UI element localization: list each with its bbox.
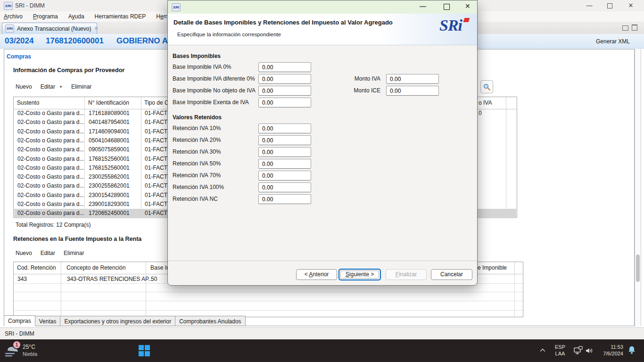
dialog-button-bar: < AnteriorSiguiente >FinalizarCancelar xyxy=(168,261,477,286)
field-label: Retención IVA 30% xyxy=(173,148,221,155)
input-retenci-n-iva-30-[interactable] xyxy=(258,147,311,157)
cell-identificacion: 1768152560001 xyxy=(89,164,130,173)
column-header[interactable]: Tipo de C xyxy=(144,99,169,106)
cell-identificacion: 2300255862001 xyxy=(89,181,130,190)
dialog-title: Detalle de Bases Imponibles y Retencione… xyxy=(173,19,393,26)
ruc: 1768120600001 xyxy=(46,36,104,46)
cell-sustento: 02-Costo o Gasto para d... xyxy=(17,173,84,181)
language-indicator[interactable]: ESPLAA xyxy=(551,344,570,357)
cell-identificacion: 0401487954001 xyxy=(89,118,130,127)
bottom-tab-comprobantes[interactable]: Comprobantes Anulados xyxy=(175,316,245,326)
button-cancelar[interactable]: Cancelar xyxy=(431,269,472,280)
column-header[interactable]: Base In xyxy=(150,264,170,271)
network-icon[interactable] xyxy=(573,346,583,357)
column-header-fragment[interactable]: o IVA xyxy=(479,99,492,106)
cell-sustento: 02-Costo o Gasto para d... xyxy=(17,164,84,173)
cell-identificacion: 1714609094001 xyxy=(89,127,130,136)
input-retenci-n-iva-nc[interactable] xyxy=(258,194,311,204)
bottom-tab-compras[interactable]: Compras xyxy=(4,315,35,326)
input-base-imponible-iva-0-[interactable] xyxy=(258,62,311,72)
sri-logo-accent xyxy=(463,18,470,22)
cell-identificacion: 1768152560001 xyxy=(89,155,130,164)
cell-identificacion: 0504104688001 xyxy=(89,136,130,145)
view-minimize-icon[interactable] xyxy=(622,25,628,31)
row-divider xyxy=(14,292,523,292)
input-base-imponible-exenta-de-iva[interactable] xyxy=(258,98,311,107)
bottom-tab-ventas[interactable]: Ventas xyxy=(35,316,61,326)
field-label: Monto IVA xyxy=(347,75,380,82)
vertical-scrollbar[interactable] xyxy=(635,49,641,326)
input-base-imponible-iva-diferente-0-[interactable] xyxy=(258,74,311,84)
search-button[interactable] xyxy=(480,80,493,93)
button-finalizar[interactable]: Finalizar xyxy=(386,269,427,280)
tray-chevron-icon[interactable] xyxy=(539,347,546,355)
toolbar-item-eliminar[interactable]: Eliminar xyxy=(64,250,84,256)
column-header[interactable]: Sustento xyxy=(17,99,39,106)
row-divider xyxy=(14,310,523,311)
cell-concepto: 343-OTRAS RETENCIONES AP... xyxy=(67,274,153,284)
column-header[interactable]: N° Identificación xyxy=(88,99,129,106)
menu-herramientas-rdep[interactable]: Herramientas RDEP xyxy=(95,13,146,20)
menu-ayuda[interactable]: Ayuda xyxy=(68,13,84,20)
input-monto-ice[interactable] xyxy=(386,86,439,96)
column-header[interactable]: Concepto de Retención xyxy=(66,264,125,271)
cell-base: 50 xyxy=(151,274,157,284)
notification-bell-icon[interactable] xyxy=(627,345,636,357)
restore-button[interactable] xyxy=(607,3,612,8)
input-monto-iva[interactable] xyxy=(386,74,439,84)
menu-programa[interactable]: Programa xyxy=(33,13,58,20)
field-label: Retención IVA 20% xyxy=(173,137,221,143)
toolbar-item-nuevo[interactable]: Nuevo xyxy=(16,250,32,256)
input-retenci-n-iva-100-[interactable] xyxy=(258,182,311,192)
total-registros: Total Registros: 12 Compra(s) xyxy=(16,222,91,228)
input-base-imponible-no-objeto-de-iva[interactable] xyxy=(258,86,311,96)
input-retenci-n-iva-10-[interactable] xyxy=(258,123,311,133)
tab-anexo-transaccional[interactable]: SRi Anexo Transaccional (Nuevo) ✕ xyxy=(2,23,97,34)
tab-close-icon[interactable]: ✕ xyxy=(94,25,98,32)
cell-sustento: 02-Costo o Gasto para d... xyxy=(17,136,84,145)
close-button[interactable]: ✕ xyxy=(624,0,637,11)
input-retenci-n-iva-20-[interactable] xyxy=(258,135,311,145)
dialog-minimize-button[interactable] xyxy=(420,6,426,7)
period: 03/2024 xyxy=(5,36,33,46)
toolbar-item-nuevo[interactable]: Nuevo xyxy=(16,83,32,90)
clock[interactable]: 11:537/6/2024 xyxy=(597,344,623,357)
cell-identificacion: 2390018293001 xyxy=(89,200,130,209)
window-title: SRI - DIMM xyxy=(15,2,45,9)
toolbar-item-editar[interactable]: Editar xyxy=(41,250,55,256)
start-button[interactable] xyxy=(138,345,150,357)
field-label: Base Imponible Exenta de IVA xyxy=(173,99,249,106)
dialog-close-button[interactable]: ✕ xyxy=(465,2,471,10)
scrollbar-thumb[interactable] xyxy=(636,255,640,282)
volume-icon[interactable] xyxy=(585,346,594,357)
field-label: Retención IVA 50% xyxy=(173,160,221,167)
statusbar: SRI - DIMM xyxy=(0,327,644,340)
compras-heading: Información de Compras por Proveedor xyxy=(13,67,124,74)
weather-widget[interactable]: 1 25°C Niebla xyxy=(4,342,60,359)
view-maximize-icon[interactable] xyxy=(632,25,637,31)
column-header[interactable]: Cod. Retención xyxy=(17,264,56,271)
input-retenci-n-iva-70-[interactable] xyxy=(258,171,311,181)
button-anterior[interactable]: < Anterior xyxy=(296,269,337,280)
retenciones-toolbar: NuevoEditarEliminar xyxy=(16,250,84,256)
minimize-button[interactable]: — xyxy=(583,0,596,11)
button-siguiente[interactable]: Siguiente > xyxy=(339,269,380,280)
dialog-maximize-button[interactable] xyxy=(444,4,450,10)
column-header-fragment[interactable]: e Imponible xyxy=(478,264,507,271)
dropdown-arrow-icon[interactable]: ▼ xyxy=(59,85,63,89)
cell-sustento: 02-Costo o Gasto para d... xyxy=(17,127,84,136)
input-retenci-n-iva-50-[interactable] xyxy=(258,159,311,169)
toolbar-item-editar[interactable]: Editar xyxy=(41,83,55,90)
cell-identificacion: 0905075859001 xyxy=(89,145,130,154)
field-label: Base Imponible IVA 0% xyxy=(173,64,231,70)
bases-section-title: Bases Imponibles xyxy=(173,53,221,59)
toolbar-item-eliminar[interactable]: Eliminar xyxy=(71,83,91,90)
taxpayer-name: GOBIERNO A xyxy=(116,36,168,46)
bottom-tab-exportaciones[interactable]: Exportaciones y otros ingresos del exter… xyxy=(60,316,175,326)
menu-archivo[interactable]: Archivo xyxy=(4,13,23,20)
cell-sustento: 02-Costo o Gasto para d... xyxy=(17,191,84,200)
generar-xml-button[interactable]: Generar XML xyxy=(596,38,630,45)
field-label: Retención IVA 10% xyxy=(173,125,221,132)
compras-toolbar: NuevoEditar▼Eliminar xyxy=(16,83,91,90)
tab-label: Anexo Transaccional (Nuevo) xyxy=(17,25,91,32)
